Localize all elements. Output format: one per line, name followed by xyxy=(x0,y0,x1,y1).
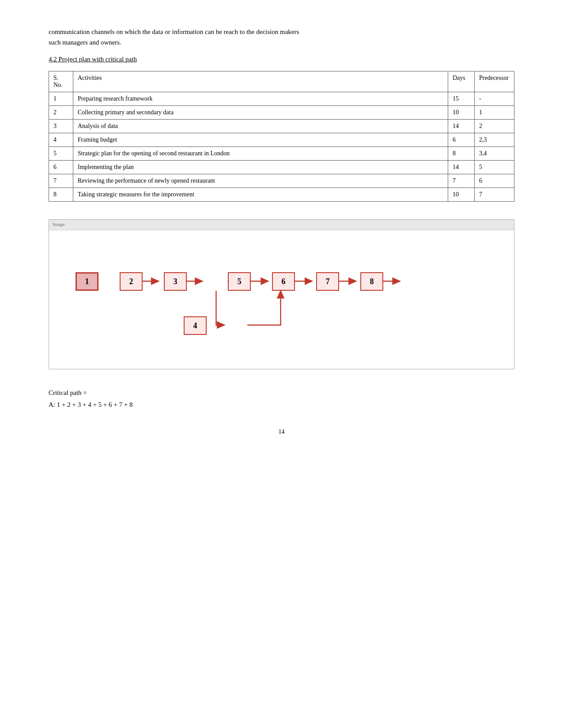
table-row: 2Collecting primary and secondary data10… xyxy=(49,106,514,120)
diagram-inner: 1 2 3 4 5 6 7 8 xyxy=(49,230,514,369)
page: communication channels on which the data… xyxy=(0,0,563,728)
diagram-svg xyxy=(49,230,514,369)
table-row: 7Reviewing the performance of newly open… xyxy=(49,174,514,188)
node-4: 4 xyxy=(184,316,207,335)
node-5: 5 xyxy=(228,272,251,291)
node-1: 1 xyxy=(76,272,98,291)
table-row: 4Framing budget62,3 xyxy=(49,133,514,147)
intro-paragraph: communication channels on which the data… xyxy=(49,26,514,48)
node-3: 3 xyxy=(164,272,187,291)
table-row: 8Taking strategic measures for the impro… xyxy=(49,188,514,202)
table-row: 3Analysis of data142 xyxy=(49,120,514,133)
node-7: 7 xyxy=(316,272,339,291)
table-row: 6Implementing the plan145 xyxy=(49,161,514,174)
project-plan-table: S. No.ActivitiesDaysPredecessor1Preparin… xyxy=(49,71,514,202)
intro-line2: such managers and owners. xyxy=(49,39,121,46)
critical-path-label: Critical path = xyxy=(49,387,514,399)
section-heading: 4.2 Project plan with critical path xyxy=(49,56,514,71)
page-number: 14 xyxy=(49,428,514,435)
critical-path-section: Critical path = A: 1 + 2 + 3 + 4 + 5 + 6… xyxy=(49,387,514,411)
node-6: 6 xyxy=(272,272,295,291)
node-8: 8 xyxy=(360,272,383,291)
intro-line1: communication channels on which the data… xyxy=(49,28,299,35)
node-2: 2 xyxy=(120,272,143,291)
critical-path-diagram: Image xyxy=(49,219,514,369)
table-row: 1Preparing research framework15- xyxy=(49,92,514,106)
diagram-titlebar: Image xyxy=(49,220,514,230)
critical-path-value: A: 1 + 2 + 3 + 4 + 5 + 6 + 7 + 8 xyxy=(49,399,514,411)
table-row: 5Strategic plan for the opening of secon… xyxy=(49,147,514,161)
